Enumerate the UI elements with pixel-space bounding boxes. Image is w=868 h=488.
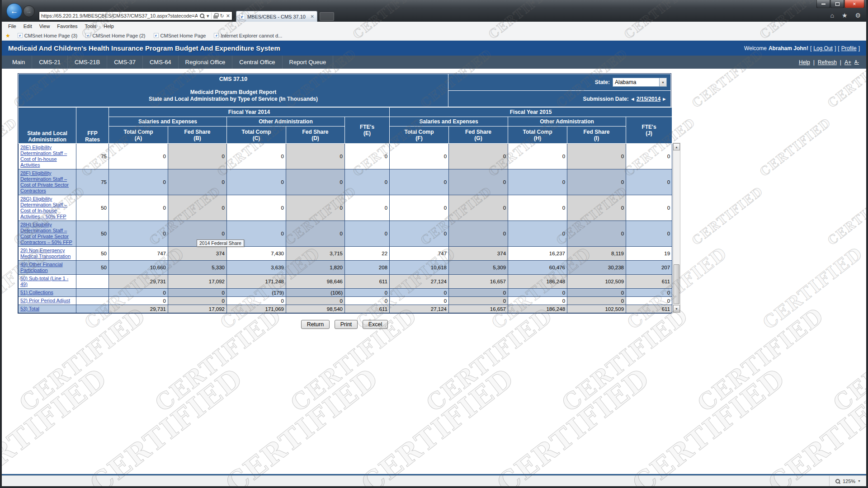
font-decrease-link[interactable]: A- (854, 60, 859, 65)
next-period-icon[interactable]: ► (662, 96, 667, 102)
row-label-link[interactable]: 51) Collections (20, 290, 53, 295)
value-cell-C: 171,248 (227, 275, 286, 289)
tools-gear-icon[interactable]: ⚙ (855, 12, 861, 19)
favorites-icon[interactable]: ★ (842, 12, 848, 19)
table-row: 28H) Eligibility Determination Staff – C… (19, 221, 672, 247)
nav-cms-21[interactable]: CMS-21 (32, 56, 68, 69)
print-button[interactable]: Print (335, 320, 358, 329)
back-button[interactable]: ← (6, 3, 22, 19)
zoom-control[interactable]: 125% ▼ (829, 476, 866, 486)
help-link[interactable]: Help (799, 59, 810, 66)
table-row: 28F) Eligibility Determination Staff – C… (19, 169, 672, 195)
value-cell-B: 0 (168, 144, 227, 169)
value-cell-A: 0 (109, 144, 168, 169)
menu-edit[interactable]: Edit (20, 23, 36, 29)
value-cell-J: 611 (626, 305, 672, 313)
maximize-button[interactable] (830, 0, 844, 8)
row-label-cell: 28G) Eligibility Determination Staff – C… (19, 195, 76, 221)
chevron-down-icon[interactable]: ▼ (659, 78, 666, 86)
menu-help[interactable]: Help (100, 23, 118, 29)
new-tab-button[interactable] (320, 12, 334, 21)
state-select[interactable]: Alabama ▼ (613, 78, 667, 87)
report-title-area: CMS 37.10 Medicaid Program Budget Report… (18, 74, 671, 107)
value-cell-I: 0 (567, 297, 626, 305)
search-caret-icon[interactable]: ▾ (207, 13, 209, 19)
nav-cms-64[interactable]: CMS-64 (143, 56, 179, 69)
row-label-link[interactable]: 28F) Eligibility Determination Staff – C… (20, 170, 69, 193)
favorite-label: CMSnet Home Page (3) (24, 33, 77, 38)
favorite-item[interactable]: e CMSnet Home Page (3) (14, 31, 81, 40)
minimize-button[interactable] (816, 0, 830, 8)
favorites-star-icon[interactable]: ★ (5, 33, 10, 39)
col-a-header: Total Comp (A) (109, 127, 168, 144)
forward-button[interactable]: → (23, 5, 35, 17)
value-cell-J: 0 (626, 144, 672, 169)
row-label-cell: 29) Non-Emergency Medical Transportation (19, 247, 76, 261)
value-cell-E: 208 (345, 261, 390, 275)
nav-report-queue[interactable]: Report Queue (283, 56, 334, 69)
nav-regional-office[interactable]: Regional Office (179, 56, 233, 69)
favorite-item[interactable]: e CMSnet Home Page (2) (82, 31, 149, 40)
row-label-link[interactable]: 28E) Eligibility Determination Staff – C… (20, 145, 67, 168)
nav-cms-21b[interactable]: CMS-21B (68, 56, 107, 69)
nav-central-office[interactable]: Central Office (232, 56, 282, 69)
fy2015-other-admin-header: Other Administration (508, 117, 626, 127)
menu-favorites[interactable]: Favorites (53, 23, 81, 29)
favorite-label: CMSnet Home Page (160, 33, 206, 38)
logout-link[interactable]: Log Out (813, 45, 833, 52)
tab-close-icon[interactable]: ✕ (311, 14, 314, 19)
value-cell-A: 0 (109, 169, 168, 195)
prev-period-icon[interactable]: ◄ (630, 96, 635, 102)
stop-icon[interactable]: ✕ (226, 13, 230, 19)
address-input[interactable] (41, 13, 198, 19)
report-table-area: CMS 37.10 Medicaid Program Budget Report… (18, 73, 671, 314)
nav-main[interactable]: Main (5, 56, 32, 69)
table-scrollbar[interactable]: ▲ ▼ (673, 143, 680, 313)
state-label: State: (595, 79, 610, 85)
scrollbar-thumb[interactable] (674, 264, 679, 304)
value-cell-C: 0 (227, 144, 286, 169)
row-label-link[interactable]: 28H) Eligibility Determination Staff – C… (20, 222, 72, 245)
value-cell-I: 0 (567, 221, 626, 247)
address-bar[interactable]: ▾ ↻ ✕ (39, 11, 232, 20)
excel-button[interactable]: Excel (363, 320, 388, 329)
menu-tools[interactable]: Tools (81, 23, 100, 29)
value-cell-D: 0 (286, 195, 345, 221)
report-controls: State: Alabama ▼ Submission Date: ◄ 2/15… (448, 74, 671, 107)
menu-file[interactable]: File (5, 23, 20, 29)
value-cell-B: 5,330 (168, 261, 227, 275)
row-label-link[interactable]: 29) Non-Emergency Medical Transportation (20, 248, 71, 259)
submission-date-link[interactable]: 2/15/2014 (637, 96, 660, 102)
refresh-link[interactable]: Refresh (818, 59, 837, 66)
return-button[interactable]: Return (301, 320, 330, 329)
value-cell-H: 0 (508, 169, 567, 195)
close-button[interactable]: ✕ (844, 0, 864, 8)
row-label-link[interactable]: 52) Prior Period Adjust (20, 298, 70, 303)
value-cell-E: 0 (345, 169, 390, 195)
close-icon: ✕ (853, 2, 856, 6)
favorite-item[interactable]: e Internet Explorer cannot d... (210, 31, 286, 40)
row-label-link[interactable]: 53) Total (20, 306, 39, 311)
value-cell-G: 0 (449, 297, 508, 305)
chrome-toolbar-icons: ⌂ ★ ⚙ (830, 12, 861, 19)
scroll-up-button[interactable]: ▲ (673, 143, 680, 150)
favorite-item[interactable]: e CMSnet Home Page (150, 31, 210, 40)
font-increase-link[interactable]: A+ (844, 59, 851, 66)
menu-view[interactable]: View (36, 23, 54, 29)
scroll-down-button[interactable]: ▼ (673, 305, 680, 312)
row-label-link[interactable]: 49) Other Financial Participation (20, 262, 63, 273)
row-label-link[interactable]: 28G) Eligibility Determination Staff – C… (20, 196, 67, 219)
fy2015-header: Fiscal Year 2015 (390, 108, 672, 117)
separator: | (840, 59, 841, 66)
profile-link[interactable]: Profile (841, 45, 857, 52)
search-icon[interactable] (199, 13, 205, 19)
row-label-link[interactable]: 50) Sub-total (Line 1 - 49) (20, 276, 68, 287)
window-controls: ✕ (816, 0, 864, 8)
value-cell-I: 102,509 (567, 275, 626, 289)
browser-tab[interactable]: e MBES/CBES - CMS 37.10 ✕ (236, 11, 317, 22)
value-cell-J: 0 (626, 297, 672, 305)
refresh-icon[interactable]: ↻ (220, 13, 224, 19)
home-icon[interactable]: ⌂ (830, 12, 834, 19)
favorite-favicon: e (85, 33, 90, 38)
nav-cms-37[interactable]: CMS-37 (107, 56, 143, 69)
